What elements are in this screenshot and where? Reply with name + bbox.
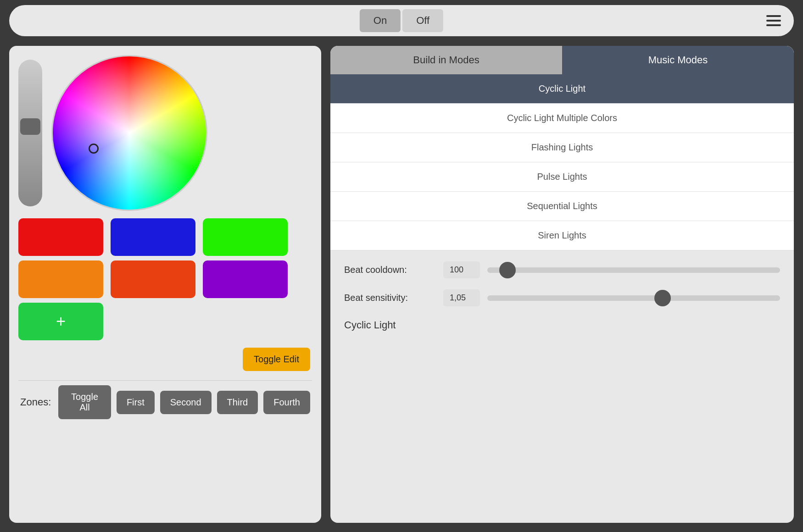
swatches-area: + xyxy=(18,218,312,340)
mode-siren[interactable]: Siren Lights xyxy=(330,221,794,250)
beat-sensitivity-thumb[interactable] xyxy=(654,290,671,306)
color-wheel[interactable] xyxy=(51,55,207,211)
swatch-blue[interactable] xyxy=(111,218,195,256)
hamburger-menu[interactable] xyxy=(763,11,785,30)
mode-cyclic-multiple[interactable]: Cyclic Light Multiple Colors xyxy=(330,104,794,133)
zone-first[interactable]: First xyxy=(117,391,155,414)
top-bar-inner: On Off xyxy=(9,5,794,36)
beat-cooldown-input[interactable] xyxy=(443,261,480,278)
zone-second[interactable]: Second xyxy=(160,391,212,414)
swatch-orange[interactable] xyxy=(18,260,103,298)
tab-music[interactable]: Music Modes xyxy=(562,46,794,74)
mode-sequential[interactable]: Sequential Lights xyxy=(330,192,794,221)
left-panel: + Toggle Edit Zones: Toggle All First Se… xyxy=(9,46,321,523)
color-area xyxy=(18,55,312,211)
beat-cooldown-row: Beat cooldown: xyxy=(344,261,780,278)
controls-area: Beat cooldown: Beat sensitivity: Cyclic … xyxy=(330,250,794,342)
swatch-red[interactable] xyxy=(18,218,103,256)
zone-fourth[interactable]: Fourth xyxy=(263,391,310,414)
tab-builtin[interactable]: Build in Modes xyxy=(330,46,562,74)
beat-cooldown-thumb[interactable] xyxy=(499,262,516,278)
toggle-edit-button[interactable]: Toggle Edit xyxy=(243,348,310,371)
beat-sensitivity-slider[interactable] xyxy=(487,295,780,301)
top-bar: On Off xyxy=(0,0,803,41)
on-button[interactable]: On xyxy=(360,9,401,32)
modes-list: Cyclic Light Cyclic Light Multiple Color… xyxy=(330,74,794,250)
mode-flashing[interactable]: Flashing Lights xyxy=(330,133,794,162)
brightness-slider-container xyxy=(18,60,42,206)
beat-sensitivity-input[interactable] xyxy=(443,289,480,306)
wheel-cursor[interactable] xyxy=(89,144,99,154)
beat-cooldown-slider[interactable] xyxy=(487,267,780,273)
hamburger-line-1 xyxy=(766,15,781,17)
add-swatch-button[interactable]: + xyxy=(18,303,103,340)
right-panel: Build in Modes Music Modes Cyclic Light … xyxy=(330,46,794,523)
beat-cooldown-label: Beat cooldown: xyxy=(344,265,436,275)
swatch-green[interactable] xyxy=(203,218,288,256)
beat-sensitivity-label: Beat sensitivity: xyxy=(344,293,436,303)
brightness-thumb[interactable] xyxy=(20,118,40,135)
mode-tabs: Build in Modes Music Modes xyxy=(330,46,794,74)
zone-third[interactable]: Third xyxy=(217,391,258,414)
swatches-row-3: + xyxy=(18,303,312,340)
toggle-edit-row: Toggle Edit xyxy=(18,348,312,371)
zones-bar: Zones: Toggle All First Second Third Fou… xyxy=(18,380,312,421)
mode-cyclic-light[interactable]: Cyclic Light xyxy=(330,74,794,104)
brightness-track[interactable] xyxy=(18,60,42,206)
swatches-row-1 xyxy=(18,218,312,256)
color-wheel-container xyxy=(51,55,207,211)
swatches-row-2 xyxy=(18,260,312,298)
main-content: + Toggle Edit Zones: Toggle All First Se… xyxy=(0,41,803,532)
off-button[interactable]: Off xyxy=(402,9,443,32)
swatch-purple[interactable] xyxy=(203,260,288,298)
current-mode-display: Cyclic Light xyxy=(344,317,780,331)
zone-toggle-all[interactable]: Toggle All xyxy=(58,385,111,419)
hamburger-line-2 xyxy=(766,20,781,22)
hamburger-line-3 xyxy=(766,24,781,26)
swatch-darkorange[interactable] xyxy=(111,260,195,298)
beat-sensitivity-row: Beat sensitivity: xyxy=(344,289,780,306)
on-off-group: On Off xyxy=(360,9,443,32)
zones-label: Zones: xyxy=(20,396,51,408)
mode-pulse[interactable]: Pulse Lights xyxy=(330,162,794,192)
